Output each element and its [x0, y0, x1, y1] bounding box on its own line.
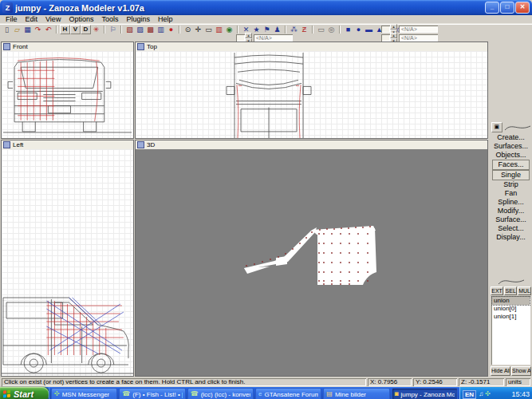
surface-command[interactable]: Surface...	[490, 215, 532, 224]
menu-item[interactable]: File	[2, 15, 22, 23]
surfaces-command[interactable]: Surfaces...	[490, 142, 532, 151]
language-indicator[interactable]: EN	[463, 390, 476, 399]
separator[interactable]	[312, 26, 313, 34]
wire-box-icon[interactable]: ▧	[124, 25, 135, 34]
primitive-box-icon[interactable]: ▬	[364, 25, 374, 34]
marquee-circle-icon[interactable]: ◎	[326, 25, 337, 34]
polyflag-icon[interactable]: ⚐	[108, 25, 118, 34]
viewport-icon[interactable]	[137, 43, 144, 50]
toggle-h-button[interactable]: H	[60, 25, 70, 34]
separator[interactable]	[339, 26, 341, 34]
objects-command[interactable]: Objects...	[490, 151, 532, 160]
spinner-value[interactable]	[236, 34, 245, 41]
object-list-item[interactable]: union	[492, 297, 530, 305]
minimize-button[interactable]: _	[485, 2, 499, 14]
single-command[interactable]: Single	[492, 170, 530, 180]
restore-button[interactable]: □	[500, 2, 514, 14]
close-button[interactable]: ✕	[515, 2, 530, 14]
menu-item[interactable]: Tools	[97, 15, 122, 23]
shaded-box-icon[interactable]: ▥	[156, 25, 166, 34]
fan-command[interactable]: Fan	[490, 189, 532, 198]
menu-item[interactable]: Edit	[22, 15, 42, 23]
task-label: (icc) (icc) - konversat...	[201, 391, 250, 398]
hide-all-button[interactable]: Hide All	[491, 366, 510, 376]
toggle-d-button[interactable]: D	[81, 25, 91, 34]
strip-command[interactable]: Strip	[490, 180, 532, 189]
object-list-item[interactable]: union[0]	[492, 305, 530, 313]
material-sphere-icon[interactable]: ●	[166, 25, 176, 34]
bones-tool-icon[interactable]: ♟	[272, 25, 282, 34]
primitive-cube-icon[interactable]: ■	[343, 25, 353, 34]
toggle-v-button[interactable]: V	[70, 25, 81, 34]
textured-box-icon[interactable]: ▩	[145, 25, 156, 34]
display-command[interactable]: Display...	[490, 233, 532, 242]
primitive-sphere-icon[interactable]: ●	[353, 25, 364, 34]
viewport-3d-canvas[interactable]	[136, 149, 487, 376]
tray-icons: ♫✣	[479, 391, 491, 397]
save-icon[interactable]: ▦	[22, 25, 33, 34]
export-icon[interactable]: ↶	[43, 25, 53, 34]
task-fish-list[interactable]: ☎ (F) • Fish - List! • [-...	[119, 388, 185, 399]
solid-box-icon[interactable]: ▨	[135, 25, 145, 34]
import-icon[interactable]: ↷	[33, 25, 43, 34]
separator[interactable]	[56, 26, 57, 34]
zmod-tool-icon[interactable]: Ƶ	[299, 25, 309, 34]
zoom-extents-icon[interactable]: ▥	[214, 25, 224, 34]
spline-command[interactable]: Spline...	[490, 198, 532, 207]
modify-command[interactable]: Modify...	[490, 207, 532, 215]
show-all-button[interactable]: Show All	[511, 366, 531, 376]
mode-button[interactable]: SEL	[504, 286, 517, 295]
task-msn-messenger[interactable]: ✣ MSN Messenger	[51, 388, 117, 399]
menu-item[interactable]: View	[41, 15, 65, 23]
faces-command[interactable]: Faces...	[492, 160, 530, 170]
separator[interactable]	[120, 26, 122, 34]
viewport-front-canvas[interactable]	[2, 51, 133, 138]
marquee-rect-icon[interactable]: ▭	[316, 25, 326, 34]
viewport-icon[interactable]	[3, 141, 10, 148]
axes-icon[interactable]: ✳	[91, 25, 101, 34]
panel-toggle-button[interactable]: ▣	[491, 122, 502, 132]
task-label: Mine bilder	[335, 391, 366, 398]
mode-button[interactable]: MUL	[518, 286, 531, 295]
viewport-icon[interactable]	[137, 141, 144, 148]
pan-icon[interactable]: ✛	[193, 25, 203, 34]
task-zmodeler[interactable]: ◙ jumpy - Zanoza Mode...	[392, 388, 458, 399]
select-flag-icon[interactable]: ⚑	[262, 25, 272, 34]
menu-item[interactable]: Plugins	[122, 15, 154, 23]
spinner-up-icon[interactable]: ▴	[390, 24, 397, 30]
viewport-top-canvas[interactable]	[136, 51, 487, 138]
render-sphere-icon[interactable]: ◉	[224, 25, 234, 34]
viewport-left-canvas[interactable]	[2, 149, 133, 376]
tray-messenger-icon[interactable]: ✣	[485, 391, 491, 397]
start-button[interactable]: Start	[0, 387, 49, 399]
separator[interactable]	[237, 26, 238, 34]
star-tool-icon[interactable]: ★	[251, 25, 262, 34]
zoom-region-icon[interactable]: ▭	[203, 25, 214, 34]
spinner-value[interactable]	[381, 26, 390, 33]
open-icon[interactable]: ▱	[12, 25, 22, 34]
zoom-icon[interactable]: ⊙	[183, 25, 193, 34]
task-icc-konversat[interactable]: ☎ (icc) (icc) - konversat...	[187, 388, 254, 399]
menu-item[interactable]: Options	[65, 15, 97, 23]
object-list-item[interactable]: union[1]	[492, 313, 530, 321]
viewport-icon[interactable]	[3, 43, 10, 50]
viewport-label: 3D	[147, 141, 155, 148]
tray-volume-icon[interactable]: ♫	[479, 391, 483, 397]
object-list[interactable]: unionunion[0]union[1]	[491, 296, 530, 365]
mode-button[interactable]: EXT	[491, 286, 503, 295]
task-gta-forum[interactable]: e GTAnsatene Forum - >...	[255, 388, 321, 399]
spinner-up-icon[interactable]: ▴	[390, 33, 397, 38]
menu-item[interactable]: Help	[154, 15, 177, 23]
create-command[interactable]: Create...	[490, 133, 532, 142]
select-command[interactable]: Select...	[490, 224, 532, 233]
new-icon[interactable]: ▯	[2, 25, 12, 34]
title-bar[interactable]: Z jumpy - Zanoza Modeler v1.07a _ □ ✕	[0, 0, 532, 15]
separator[interactable]	[104, 26, 105, 34]
spinner-up-icon[interactable]: ▴	[245, 33, 252, 38]
left-blueprint	[2, 149, 133, 376]
task-mine-bilder[interactable]: ▤ Mine bilder	[323, 388, 389, 399]
hierarchy-icon[interactable]: ⁂	[289, 25, 299, 34]
separator[interactable]	[285, 26, 286, 34]
separator[interactable]	[179, 26, 180, 34]
spinner-value[interactable]	[381, 34, 390, 41]
